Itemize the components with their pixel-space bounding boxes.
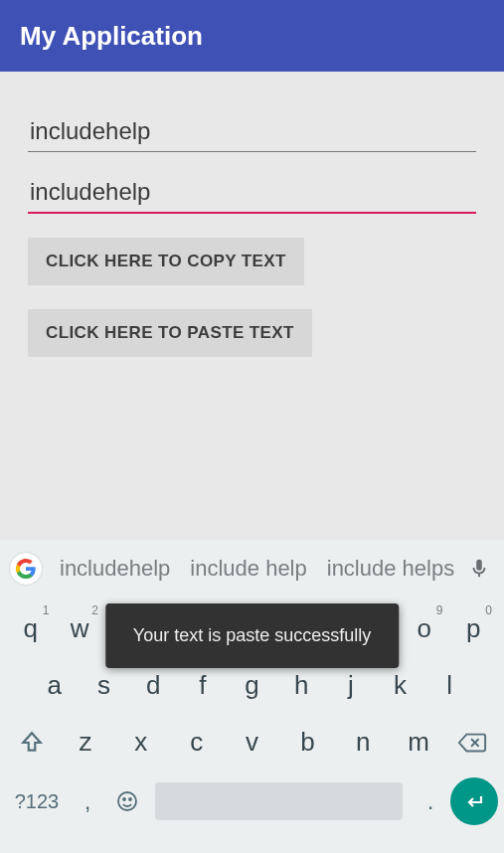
key-g[interactable]: g (228, 664, 277, 707)
key-h[interactable]: h (276, 664, 326, 707)
backspace-key-icon[interactable] (446, 731, 498, 755)
key-n[interactable]: n (335, 721, 391, 764)
key-j[interactable]: j (326, 664, 376, 707)
key-x[interactable]: x (113, 721, 169, 764)
key-s[interactable]: s (80, 664, 129, 707)
space-key[interactable] (155, 782, 403, 820)
enter-key-icon[interactable] (450, 777, 498, 825)
key-p[interactable]: 0p (449, 607, 499, 650)
app-bar: My Application (0, 0, 504, 72)
key-row-3: z x c v b n m (6, 721, 498, 764)
suggestion-1[interactable]: includehelp (50, 556, 180, 582)
copy-button[interactable]: CLICK HERE TO COPY TEXT (28, 238, 304, 285)
key-z[interactable]: z (58, 721, 113, 764)
key-f[interactable]: f (178, 664, 228, 707)
svg-point-1 (123, 798, 125, 800)
mic-icon[interactable] (464, 558, 494, 580)
svg-point-0 (118, 792, 136, 810)
key-v[interactable]: v (225, 721, 280, 764)
key-c[interactable]: c (169, 721, 225, 764)
key-w[interactable]: 2w (56, 607, 105, 650)
suggestion-3[interactable]: include helps (317, 556, 464, 582)
keyboard-area: includehelp include help include helps 1… (0, 540, 504, 853)
main-content: CLICK HERE TO COPY TEXT CLICK HERE TO PA… (0, 72, 504, 357)
key-q[interactable]: 1q (6, 607, 56, 650)
key-l[interactable]: l (424, 664, 474, 707)
suggestion-bar: includehelp include help include helps (0, 540, 504, 597)
symbols-key[interactable]: ?123 (6, 790, 68, 813)
suggestion-2[interactable]: include help (180, 556, 316, 582)
emoji-key-icon[interactable] (107, 789, 147, 813)
google-logo-icon[interactable] (10, 553, 42, 585)
svg-point-2 (129, 798, 131, 800)
key-b[interactable]: b (279, 721, 335, 764)
key-row-2: a s d f g h j k l (6, 664, 498, 707)
suggestion-list: includehelp include help include helps (50, 556, 464, 582)
toast-message: Your text is paste successfully (105, 603, 399, 668)
key-row-4: ?123 , . (6, 777, 498, 825)
key-k[interactable]: k (376, 664, 425, 707)
key-a[interactable]: a (30, 664, 80, 707)
period-key[interactable]: . (411, 787, 450, 815)
paste-button[interactable]: CLICK HERE TO PASTE TEXT (28, 309, 312, 357)
key-d[interactable]: d (128, 664, 178, 707)
paste-target-input[interactable] (28, 170, 476, 214)
app-title: My Application (20, 21, 203, 52)
shift-key-icon[interactable] (6, 730, 58, 756)
key-o[interactable]: 9o (400, 607, 449, 650)
copy-source-input[interactable] (28, 109, 476, 152)
key-m[interactable]: m (391, 721, 446, 764)
comma-key[interactable]: , (68, 787, 107, 815)
